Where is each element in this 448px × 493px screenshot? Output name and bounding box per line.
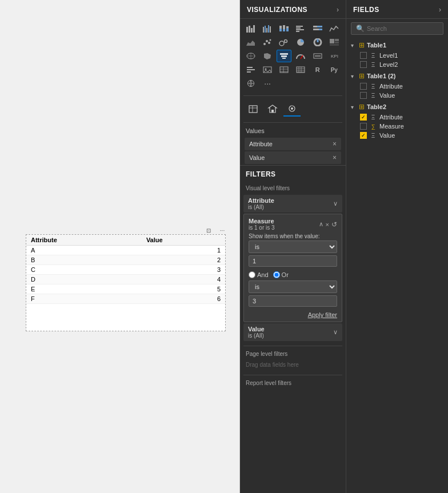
- viz-icon-bar[interactable]: [243, 22, 258, 35]
- svg-rect-45: [247, 67, 253, 68]
- field-row-t12-value[interactable]: Ξ Value: [355, 91, 448, 100]
- filter-attribute-chevron[interactable]: ∨: [333, 200, 338, 207]
- svg-rect-54: [297, 67, 305, 73]
- visual-expand-btn[interactable]: ⊡: [203, 226, 214, 235]
- field-t2-value-name: Value: [379, 132, 395, 139]
- filter-and-label[interactable]: And: [249, 271, 269, 278]
- filter-or-radio[interactable]: [273, 271, 280, 278]
- field-row-level2[interactable]: Ξ Level2: [355, 60, 448, 69]
- viz-icon-kpi[interactable]: KPI: [327, 50, 342, 62]
- field-row-t2-attribute[interactable]: ✓ Ξ Attribute: [355, 113, 448, 122]
- field-t12-value-checkbox[interactable]: [360, 92, 367, 99]
- filter-value-header[interactable]: Value is (All) ∨: [248, 326, 338, 339]
- filter-condition2-val[interactable]: [249, 295, 337, 307]
- filter-attribute-header[interactable]: Attribute is (All) ∨: [248, 197, 338, 210]
- format-tab-format[interactable]: [264, 102, 281, 117]
- filter-measure-clear[interactable]: ×: [326, 221, 329, 228]
- table-group-table1-2-header[interactable]: ▾ ⊞ Table1 (2): [346, 70, 448, 82]
- svg-rect-6: [266, 28, 267, 33]
- table1-arrow: ▾: [351, 42, 357, 49]
- viz-icon-scatter[interactable]: [260, 36, 275, 49]
- viz-icon-globe[interactable]: [243, 77, 258, 90]
- filter-value-chevron[interactable]: ∨: [333, 328, 338, 336]
- viz-expand-btn[interactable]: ›: [337, 6, 339, 14]
- filter-measure-reset[interactable]: ↺: [331, 221, 337, 229]
- field-t12-value-name: Value: [379, 92, 395, 99]
- viz-icon-python[interactable]: Py: [327, 63, 342, 76]
- table-cell-val: 6: [142, 294, 225, 304]
- pill-attribute[interactable]: Attribute ×: [245, 138, 341, 150]
- viz-icon-map[interactable]: [243, 50, 258, 62]
- format-tabs: [240, 98, 346, 120]
- filter-attribute-controls: ∨: [333, 200, 338, 207]
- viz-icon-bubble[interactable]: [277, 36, 291, 49]
- fields-search-input[interactable]: [367, 25, 438, 32]
- filter-condition2-op[interactable]: is is not is less than is greater than: [249, 280, 337, 293]
- table1-2-arrow: ▾: [351, 73, 357, 79]
- field-level1-type: Ξ: [369, 53, 377, 59]
- viz-icon-card[interactable]: [310, 50, 325, 62]
- table2-icon: ⊞: [359, 103, 365, 111]
- format-tab-fields[interactable]: [245, 102, 262, 117]
- field-t2-attribute-checkbox[interactable]: ✓: [360, 114, 367, 121]
- table-cell-attr: C: [26, 265, 142, 275]
- viz-icon-treemap[interactable]: [327, 36, 342, 49]
- viz-icon-donut[interactable]: [310, 36, 325, 49]
- filter-or-label[interactable]: Or: [273, 271, 289, 278]
- fields-expand-btn[interactable]: ›: [439, 6, 441, 14]
- field-t2-measure-checkbox[interactable]: [360, 123, 367, 130]
- viz-icon-100bar[interactable]: [277, 22, 291, 35]
- field-t2-value-type: Ξ: [369, 133, 377, 139]
- viz-icon-slicer[interactable]: [243, 63, 258, 76]
- field-row-t2-measure[interactable]: ∑ Measure: [355, 122, 448, 131]
- field-level1-checkbox[interactable]: [360, 52, 367, 59]
- filter-measure-chevron[interactable]: ∧: [319, 221, 323, 228]
- viz-icon-table[interactable]: [277, 63, 291, 76]
- filter-condition1-op[interactable]: is is not is less than is greater than: [249, 241, 337, 253]
- viz-icon-bar-cluster[interactable]: [260, 22, 275, 35]
- filter-value-status: is (All): [248, 332, 265, 339]
- svg-rect-5: [265, 26, 266, 33]
- table-cell-val: 4: [142, 275, 225, 284]
- viz-icon-hbar[interactable]: [293, 22, 308, 35]
- format-tab-analytics[interactable]: [283, 102, 301, 117]
- table-group-table2-header[interactable]: ▾ ⊞ Table2: [346, 101, 448, 113]
- table-group-table1-header[interactable]: ▾ ⊞ Table1: [346, 39, 448, 51]
- viz-icon-funnel[interactable]: [277, 50, 291, 62]
- field-t2-value-checkbox[interactable]: ✓: [360, 132, 367, 139]
- field-row-level1[interactable]: Ξ Level1: [355, 51, 448, 60]
- svg-rect-21: [313, 29, 319, 30]
- viz-icon-area[interactable]: [243, 36, 258, 49]
- field-level2-checkbox[interactable]: [360, 61, 367, 68]
- svg-rect-1: [249, 26, 250, 33]
- filter-and-radio[interactable]: [249, 271, 255, 278]
- viz-icon-pie[interactable]: [293, 36, 308, 49]
- pill-value[interactable]: Value ×: [245, 151, 341, 164]
- svg-rect-14: [286, 28, 289, 31]
- filter-value-controls: ∨: [333, 328, 338, 336]
- table-visual[interactable]: Attribute Value A1B2C3D4E5F6: [26, 234, 226, 331]
- viz-icon-more[interactable]: ···: [260, 77, 275, 90]
- field-row-t12-attribute[interactable]: Ξ Attribute: [355, 82, 448, 91]
- filter-condition1-val[interactable]: [249, 255, 337, 267]
- col-header-value: Value: [142, 235, 225, 246]
- filter-value[interactable]: Value is (All) ∨: [243, 323, 342, 341]
- table-cell-attr: E: [26, 284, 142, 294]
- filter-measure-header[interactable]: Measure is 1 or is 3 ∧ × ↺: [249, 218, 337, 231]
- field-t2-attribute-type: Ξ: [369, 114, 377, 121]
- field-row-t2-value[interactable]: ✓ Ξ Value: [355, 131, 448, 140]
- field-t12-attribute-checkbox[interactable]: [360, 83, 367, 90]
- apply-filter-btn[interactable]: Apply filter: [308, 311, 337, 318]
- viz-icon-image[interactable]: [260, 63, 275, 76]
- viz-icon-100hbar[interactable]: [310, 22, 325, 35]
- table-group-table1: ▾ ⊞ Table1 Ξ Level1 Ξ Level2: [346, 39, 448, 69]
- visual-more-btn[interactable]: ···: [217, 226, 228, 235]
- viz-icon-r[interactable]: R: [310, 63, 325, 76]
- pill-value-remove[interactable]: ×: [333, 154, 337, 162]
- viz-icon-line[interactable]: [327, 22, 342, 35]
- pill-attribute-remove[interactable]: ×: [333, 140, 337, 148]
- viz-icon-matrix[interactable]: [293, 63, 308, 76]
- viz-icon-gauge[interactable]: [293, 50, 308, 62]
- filter-attribute[interactable]: Attribute is (All) ∨: [243, 195, 342, 213]
- viz-icon-filled-map[interactable]: [260, 50, 275, 62]
